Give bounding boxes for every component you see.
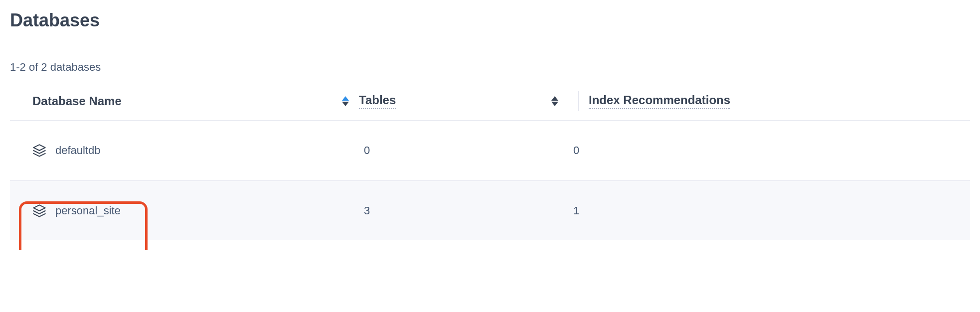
header-tables-label: Tables [359, 93, 396, 109]
sort-up-icon [342, 96, 349, 101]
svg-marker-1 [33, 205, 45, 211]
db-name: defaultdb [55, 144, 101, 157]
sort-down-icon [551, 102, 558, 106]
row-name-cell: personal_site [10, 204, 359, 218]
sort-up-icon [551, 96, 558, 101]
header-name-label: Database Name [32, 94, 122, 108]
sort-down-icon [342, 102, 349, 106]
table-row[interactable]: personal_site 3 1 [10, 180, 970, 240]
table-header: Database Name Tables Index Recommendatio… [10, 91, 970, 121]
row-index-cell: 1 [568, 204, 778, 217]
count-text: 1-2 of 2 databases [10, 61, 970, 74]
header-index-col[interactable]: Index Recommendations [589, 93, 798, 109]
header-name-col[interactable]: Database Name [10, 94, 359, 108]
table-rows: defaultdb 0 0 personal_site 3 1 [10, 121, 970, 240]
row-name-cell: defaultdb [10, 144, 359, 157]
svg-marker-0 [33, 145, 45, 151]
header-tables-col[interactable]: Tables [359, 93, 568, 109]
header-index-label: Index Recommendations [589, 93, 730, 109]
sort-icon[interactable] [342, 96, 349, 106]
db-name: personal_site [55, 204, 121, 217]
header-divider [578, 91, 579, 111]
page-title: Databases [10, 10, 970, 31]
sort-icon[interactable] [551, 96, 558, 106]
table-row[interactable]: defaultdb 0 0 [10, 121, 970, 180]
row-index-cell: 0 [568, 144, 778, 157]
database-icon [32, 204, 46, 218]
database-icon [32, 144, 46, 157]
row-tables-cell: 3 [359, 204, 568, 217]
row-tables-cell: 0 [359, 144, 568, 157]
databases-table: Database Name Tables Index Recommendatio… [10, 91, 970, 240]
